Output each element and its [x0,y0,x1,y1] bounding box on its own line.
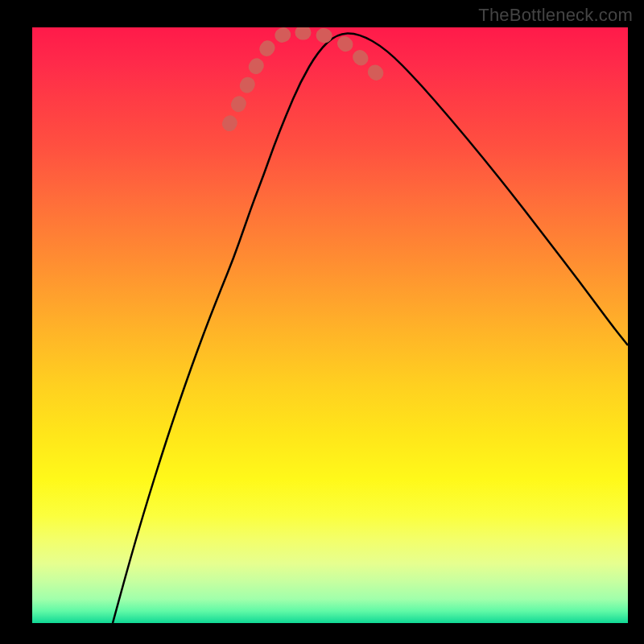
bottleneck-curve [113,33,628,623]
gradient-plot-area [32,27,628,623]
highlight-band [229,32,382,124]
image-root: TheBottleneck.com [0,0,644,644]
curve-svg [32,27,628,623]
watermark-text: TheBottleneck.com [478,5,633,26]
